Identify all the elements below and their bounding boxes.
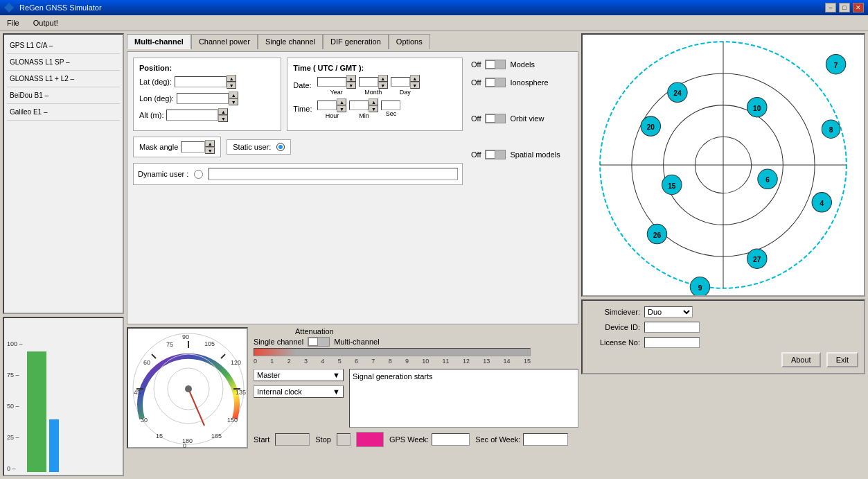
day-down[interactable]: ▼ bbox=[410, 82, 420, 89]
alt-input[interactable]: 73.15 bbox=[166, 110, 218, 121]
master-dropdown[interactable]: Master ▼ bbox=[254, 369, 344, 381]
lat-up[interactable]: ▲ bbox=[227, 75, 236, 82]
tab-single-channel[interactable]: Single channel bbox=[258, 34, 323, 49]
attenuation-slider[interactable] bbox=[254, 348, 531, 356]
start-label: Start bbox=[254, 435, 269, 444]
license-input[interactable]: PRO×014 bbox=[644, 337, 700, 348]
device-id-row: Device ID: bbox=[588, 322, 858, 333]
green-bar-container bbox=[27, 321, 46, 472]
ionosphere-toggle[interactable] bbox=[485, 78, 506, 87]
svg-text:15: 15 bbox=[156, 433, 163, 439]
dynamic-user-row: Dynamic user : C:/IRX/trajectory.kdy bbox=[133, 163, 463, 185]
day-group: 1 ▲ ▼ Day bbox=[391, 75, 420, 96]
atten-numbers: 0123 4567 891011 12131415 bbox=[254, 358, 531, 365]
lon-row: Lon (deg): 124.17221 ▲ ▼ bbox=[139, 92, 275, 105]
sec-of-week-label: Sec of Week: bbox=[475, 435, 520, 444]
hour-up[interactable]: ▲ bbox=[337, 98, 346, 105]
stop-indicator bbox=[337, 433, 351, 446]
min-label: Min bbox=[359, 112, 369, 119]
menu-bar: File Output! bbox=[0, 15, 868, 31]
day-label: Day bbox=[400, 89, 411, 96]
ionosphere-off-label: Off bbox=[471, 78, 481, 87]
clock-dropdown[interactable]: Internal clock ▼ bbox=[254, 385, 344, 398]
sec-of-week-input[interactable]: 345600 bbox=[523, 433, 568, 446]
hour-input[interactable]: 0 bbox=[317, 101, 337, 110]
alt-input-group: 73.15 ▲ ▼ bbox=[166, 108, 228, 122]
year-down[interactable]: ▼ bbox=[346, 82, 356, 89]
year-input[interactable]: 2015 bbox=[317, 77, 346, 87]
min-down[interactable]: ▼ bbox=[369, 105, 378, 112]
lat-input[interactable]: 24.34495 bbox=[175, 76, 227, 87]
app-icon bbox=[4, 3, 14, 12]
mask-up[interactable]: ▲ bbox=[205, 140, 215, 147]
year-up[interactable]: ▲ bbox=[346, 75, 356, 82]
tab-content: Position: Lat (deg): 24.34495 ▲ ▼ bbox=[127, 51, 578, 324]
about-button[interactable]: About bbox=[781, 352, 821, 367]
day-input[interactable]: 1 bbox=[391, 77, 410, 87]
tab-channel-power[interactable]: Channel power bbox=[191, 34, 258, 49]
day-up[interactable]: ▲ bbox=[410, 75, 420, 82]
lat-input-group: 24.34495 ▲ ▼ bbox=[175, 75, 236, 89]
simciever-select[interactable]: Duo Solo bbox=[644, 306, 693, 317]
svg-text:90: 90 bbox=[182, 333, 189, 340]
lon-input[interactable]: 124.17221 bbox=[177, 93, 229, 104]
menu-output[interactable]: Output! bbox=[29, 17, 62, 28]
simciever-row: Simciever: Duo Solo bbox=[588, 306, 858, 317]
spatial-toggle[interactable] bbox=[485, 150, 506, 159]
menu-file[interactable]: File bbox=[3, 17, 24, 28]
stop-label: Stop bbox=[315, 435, 331, 444]
device-id-input[interactable] bbox=[644, 322, 700, 333]
month-input[interactable]: 1 bbox=[359, 77, 378, 87]
time-colon-label: Time: bbox=[293, 105, 312, 113]
models-label: Models bbox=[510, 60, 534, 69]
dynamic-radio[interactable] bbox=[194, 170, 203, 179]
signal-glonass-l1l2[interactable]: GLONASS L1 + L2 – bbox=[7, 71, 120, 87]
models-off-label: Off bbox=[471, 60, 481, 69]
bottom-center: Attenuation Single channel Multi-channel… bbox=[254, 327, 578, 476]
signal-glonass-l1-sp[interactable]: GLONASS L1 SP – bbox=[7, 54, 120, 71]
signal-gps-l1[interactable]: GPS L1 C/A – bbox=[7, 37, 120, 54]
month-up[interactable]: ▲ bbox=[378, 75, 388, 82]
signal-beidou-b1[interactable]: BeiDou B1 – bbox=[7, 87, 120, 104]
svg-text:4: 4 bbox=[820, 200, 824, 207]
tab-dif-generation[interactable]: DIF generation bbox=[323, 34, 389, 49]
models-panel: Off Models Off Ionosphere bbox=[468, 58, 572, 318]
dynamic-path-input[interactable]: C:/IRX/trajectory.kdy bbox=[209, 168, 458, 180]
mask-angle-input[interactable]: 0 bbox=[181, 141, 205, 153]
maximize-button[interactable]: □ bbox=[839, 3, 850, 12]
exit-button[interactable]: Exit bbox=[826, 352, 858, 367]
close-button[interactable]: ✕ bbox=[853, 3, 864, 12]
lat-down[interactable]: ▼ bbox=[227, 82, 236, 89]
lon-down[interactable]: ▼ bbox=[229, 98, 238, 105]
left-panel: GPS L1 C/A – GLONASS L1 SP – GLONASS L1 … bbox=[3, 33, 124, 476]
static-radio[interactable] bbox=[276, 143, 285, 151]
tab-options[interactable]: Options bbox=[389, 34, 430, 49]
tab-multichannel[interactable]: Multi-channel bbox=[127, 34, 191, 49]
gps-week-input[interactable]: 1825 bbox=[432, 433, 470, 446]
orbit-toggle[interactable] bbox=[485, 114, 506, 123]
alt-up[interactable]: ▲ bbox=[218, 108, 228, 115]
alt-down[interactable]: ▼ bbox=[218, 115, 228, 122]
lon-up[interactable]: ▲ bbox=[229, 92, 238, 98]
about-exit-row: About Exit bbox=[588, 352, 858, 367]
month-down[interactable]: ▼ bbox=[378, 82, 388, 89]
title-text: ReGen GNSS Simulator bbox=[19, 3, 822, 12]
blue-bar-container bbox=[49, 321, 59, 472]
minimize-button[interactable]: – bbox=[825, 3, 836, 12]
speedometer-svg: 90 105 120 135 150 165 180 75 60 45 30 1… bbox=[128, 329, 249, 450]
svg-text:10: 10 bbox=[753, 105, 761, 112]
min-up[interactable]: ▲ bbox=[369, 98, 378, 105]
lat-row: Lat (deg): 24.34495 ▲ ▼ bbox=[139, 75, 275, 89]
models-toggle[interactable] bbox=[485, 60, 506, 69]
channel-toggle[interactable] bbox=[308, 337, 330, 347]
alt-row: Alt (m): 73.15 ▲ ▼ bbox=[139, 108, 275, 122]
min-input[interactable]: 0 bbox=[349, 101, 369, 110]
hour-down[interactable]: ▼ bbox=[337, 105, 346, 112]
attenuation-container: Attenuation Single channel Multi-channel… bbox=[254, 327, 578, 365]
static-user-label: Static user: bbox=[233, 143, 271, 151]
dropdowns-col: Master ▼ Internal clock ▼ bbox=[254, 369, 344, 428]
signal-galileo-e1[interactable]: Galileo E1 – bbox=[7, 104, 120, 121]
license-row: License No: PRO×014 bbox=[588, 337, 858, 348]
mask-down[interactable]: ▼ bbox=[205, 147, 215, 154]
sec-input[interactable] bbox=[381, 101, 400, 110]
